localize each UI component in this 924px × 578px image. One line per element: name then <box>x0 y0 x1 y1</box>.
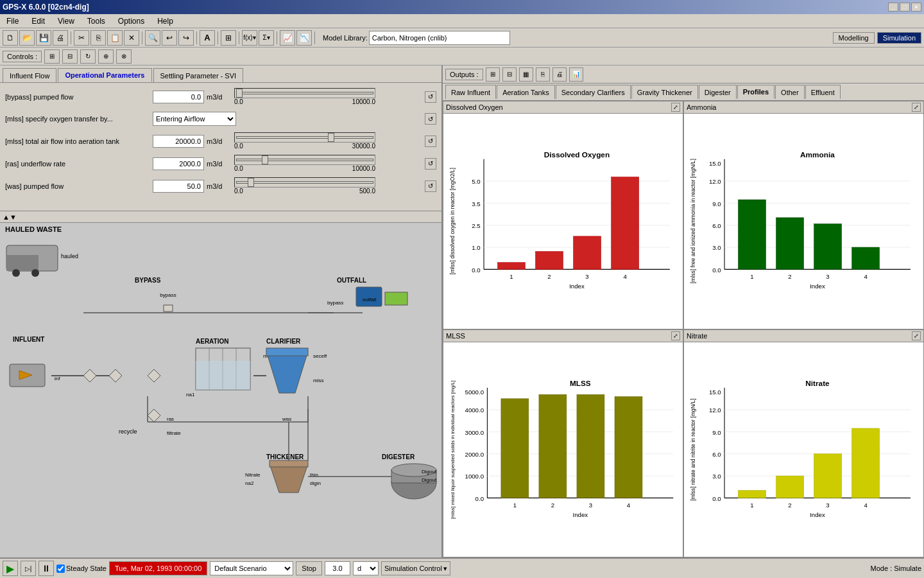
oxygen-transfer-dropdown[interactable]: Entering Airflow <box>153 112 236 126</box>
underflow-slider[interactable] <box>234 155 375 165</box>
airflow-slider-thumb[interactable] <box>328 133 334 142</box>
close-button[interactable]: × <box>911 3 921 12</box>
text-button[interactable]: A <box>200 30 215 46</box>
menu-help[interactable]: Help <box>153 15 177 27</box>
cut-button[interactable]: ✂ <box>74 30 89 46</box>
bypass-reset[interactable]: ↺ <box>425 91 436 103</box>
was-input[interactable] <box>153 180 204 193</box>
save-button[interactable]: 💾 <box>36 30 51 46</box>
outputs-icon2[interactable]: ⊟ <box>502 67 517 82</box>
copy-button[interactable]: ⎘ <box>90 30 106 46</box>
airflow-reset[interactable]: ↺ <box>425 136 436 147</box>
time-spinner[interactable] <box>325 561 350 575</box>
menu-options[interactable]: Options <box>114 15 148 27</box>
ammonia-y4: 12.0 <box>709 178 721 185</box>
underflow-input[interactable] <box>153 157 204 170</box>
steady-state-container: Steady State <box>56 565 107 573</box>
underflow-reset[interactable]: ↺ <box>425 158 436 170</box>
tab-settling-parameter[interactable]: Settling Parameter - SVI <box>153 68 244 82</box>
minimize-button[interactable]: _ <box>888 3 898 12</box>
tab-raw-influent[interactable]: Raw Influent <box>445 85 496 99</box>
ammonia-x-title: Index <box>810 283 825 290</box>
delete-button[interactable]: ✕ <box>124 30 139 46</box>
open-button[interactable]: 📂 <box>19 30 35 46</box>
outputs-icon1[interactable]: ⊞ <box>486 67 500 82</box>
undo-button[interactable]: ↩ <box>162 30 177 46</box>
tab-secondary-clarifiers[interactable]: Secondary Clarifiers <box>556 85 631 99</box>
maximize-button[interactable]: □ <box>900 3 910 12</box>
model-library-input[interactable] <box>369 31 510 45</box>
mlss-label2: mlss <box>313 378 323 383</box>
ctrl-btn1[interactable]: ⊞ <box>44 49 60 64</box>
steady-state-checkbox[interactable] <box>56 565 65 573</box>
mlss-y-label: [mlss] mixed liquor suspended solids in … <box>450 380 456 519</box>
chart-button[interactable]: 📈 <box>280 30 295 46</box>
sigma-button[interactable]: Σ▾ <box>259 30 274 46</box>
tab-gravity-thickener[interactable]: Gravity Thickener <box>631 85 698 99</box>
new-button[interactable]: 🗋 <box>3 30 18 46</box>
tab-profiles[interactable]: Profiles <box>737 85 774 99</box>
underflow-slider-thumb[interactable] <box>262 155 268 164</box>
was-label: [was] pumped flow <box>5 182 153 190</box>
stop-button[interactable]: Stop <box>296 561 322 575</box>
table-button[interactable]: ⊞ <box>221 30 236 46</box>
was-reset[interactable]: ↺ <box>425 180 436 192</box>
sim-control-button[interactable]: Simulation Control ▾ <box>381 561 450 575</box>
ctrl-btn3[interactable]: ⊕ <box>98 49 114 64</box>
airflow-max: 30000.0 <box>352 143 375 150</box>
left-tab-bar: Influent Flow Operational Parameters Set… <box>0 66 441 82</box>
outputs-chart[interactable]: 📊 <box>569 67 583 82</box>
tab-aeration-tanks[interactable]: Aeration Tanks <box>497 85 555 99</box>
menu-file[interactable]: File <box>3 15 22 27</box>
modelling-button[interactable]: Modelling <box>833 32 875 44</box>
paste-button[interactable]: 📋 <box>107 30 123 46</box>
bypass-input[interactable] <box>153 91 204 103</box>
status-bar: ▶ ▷| ⏸ Steady State Tue, Mar 02, 1993 00… <box>0 557 924 578</box>
fx-button[interactable]: f(x)▾ <box>242 30 257 46</box>
thickener-top <box>270 460 308 467</box>
airflow-slider[interactable] <box>234 132 375 143</box>
time-unit-dropdown[interactable]: d <box>353 561 379 575</box>
play-button[interactable]: ▶ <box>3 561 18 576</box>
outputs-table[interactable]: ▦ <box>519 67 533 82</box>
mlss-expand[interactable]: ⤢ <box>671 331 680 340</box>
airflow-input[interactable] <box>153 135 204 148</box>
tab-influent-flow[interactable]: Influent Flow <box>3 68 56 82</box>
tab-operational-parameters[interactable]: Operational Parameters <box>58 68 151 82</box>
ammonia-expand[interactable]: ⤢ <box>912 103 921 112</box>
bypass-row: [bypass] pumped flow m3/d 0.0 10000.0 ↺ <box>5 88 436 105</box>
outputs-copy[interactable]: ⎘ <box>536 67 550 82</box>
was-row: [was] pumped flow m3/d 0.0 500.0 ↺ <box>5 177 436 195</box>
controls-label: Controls : <box>3 51 42 62</box>
outputs-print[interactable]: 🖨 <box>552 67 567 82</box>
menu-view[interactable]: View <box>54 15 78 27</box>
menu-edit[interactable]: Edit <box>28 15 49 27</box>
oxygen-reset[interactable]: ↺ <box>425 113 436 125</box>
ctrl-btn2[interactable]: ⊟ <box>62 49 78 64</box>
print-button[interactable]: 🖨 <box>53 30 68 46</box>
tab-other[interactable]: Other <box>775 85 805 99</box>
ctrl-btn4[interactable]: ⊗ <box>116 49 132 64</box>
was-slider-thumb[interactable] <box>248 178 254 187</box>
menu-tools[interactable]: Tools <box>83 15 109 27</box>
pause-button[interactable]: ⏸ <box>38 561 54 576</box>
collapse-bar[interactable]: ▲▼ <box>0 211 441 222</box>
ctrl-refresh[interactable]: ↻ <box>80 49 96 64</box>
bypass-slider[interactable] <box>234 88 375 98</box>
digin-label: digin <box>310 480 321 486</box>
ammonia-bar1 <box>739 200 766 269</box>
bypass-slider-thumb[interactable] <box>236 89 243 98</box>
zoom-button[interactable]: 🔍 <box>145 30 160 46</box>
tab-effluent[interactable]: Effluent <box>805 85 841 99</box>
charts-grid: Dissolved Oxygen ⤢ [mlss] dissolved oxyg… <box>443 100 924 557</box>
nitrate-expand[interactable]: ⤢ <box>912 331 921 340</box>
simulation-button[interactable]: Simulation <box>877 32 921 44</box>
step-button[interactable]: ▷| <box>21 561 36 576</box>
line-button[interactable]: 📉 <box>296 30 312 46</box>
ammonia-x3: 3 <box>826 273 829 280</box>
was-slider[interactable] <box>234 177 375 188</box>
tab-digester[interactable]: Digester <box>699 85 737 99</box>
redo-button[interactable]: ↪ <box>178 30 194 46</box>
do-expand[interactable]: ⤢ <box>671 103 680 112</box>
scenario-dropdown[interactable]: Default Scenario <box>210 561 293 575</box>
